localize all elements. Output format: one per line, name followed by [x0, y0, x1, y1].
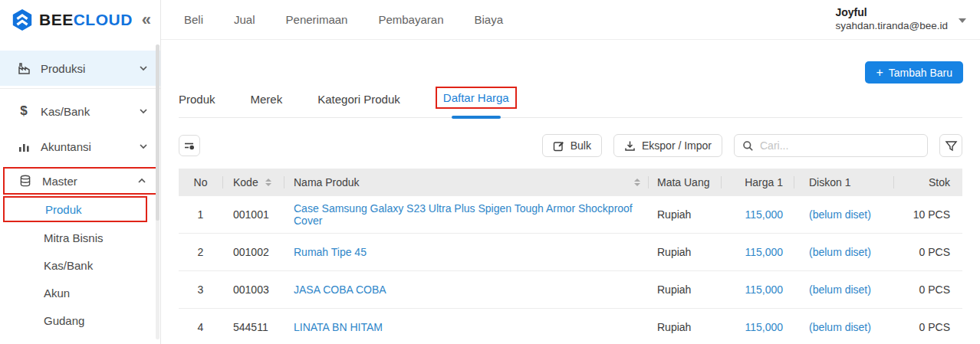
- export-import-label: Ekspor / Impor: [642, 139, 712, 152]
- sidebar-item-label: Produksi: [41, 62, 85, 75]
- header-stok: Stok: [893, 169, 962, 196]
- chevron-down-icon: [139, 106, 148, 116]
- sidebar-item-produksi[interactable]: Produksi: [0, 51, 160, 86]
- table-row[interactable]: 3 001003 JASA COBA COBA Rupiah 115,000 (…: [179, 271, 962, 309]
- cell-mata-uang: Rupiah: [648, 234, 721, 270]
- cell-mata-uang: Rupiah: [648, 196, 721, 233]
- product-name-link[interactable]: Case Samsung Galaxy S23 Ultra Plus Spige…: [294, 202, 648, 227]
- product-table: No Kode Nama Produk Mata Uang Harga 1 Di…: [179, 169, 962, 344]
- sidebar-subitem-kasbank[interactable]: Kas/Bank: [0, 251, 160, 279]
- diskon-link[interactable]: (belum diset): [809, 283, 871, 296]
- harga-link[interactable]: 115,000: [745, 321, 783, 333]
- topnav-item-beli[interactable]: Beli: [184, 13, 203, 26]
- toolbar-right-group: Bulk Ekspor / Impor: [542, 134, 962, 157]
- header-label: Diskon 1: [809, 176, 850, 188]
- chevron-down-icon: [139, 142, 148, 151]
- topnav-item-jual[interactable]: Jual: [234, 13, 255, 26]
- product-name-link[interactable]: JASA COBA COBA: [294, 283, 386, 296]
- bulk-button[interactable]: Bulk: [542, 134, 602, 157]
- sort-icon[interactable]: [634, 179, 640, 186]
- cell-stok: 0 PCS: [893, 234, 962, 270]
- sidebar-item-master[interactable]: Master: [3, 167, 157, 195]
- user-info: Joyful syahdan.tiranda@bee.id: [835, 6, 948, 32]
- harga-link[interactable]: 115,000: [745, 208, 783, 221]
- cell-mata-uang: Rupiah: [648, 271, 721, 308]
- tab-merek[interactable]: Merek: [251, 93, 283, 117]
- sidebar-subitem-akun[interactable]: Akun: [0, 279, 160, 306]
- header-label: Harga 1: [745, 176, 783, 188]
- user-menu[interactable]: Joyful syahdan.tiranda@bee.id: [835, 6, 966, 32]
- bar-chart-icon: [15, 141, 32, 152]
- sidebar-scrollbar-thumb[interactable]: [156, 44, 159, 221]
- tab-label: Kategori Produk: [317, 93, 400, 106]
- column-settings-button[interactable]: [179, 135, 200, 156]
- bulk-edit-icon: [553, 140, 564, 152]
- cell-stok: 10 PCS: [893, 196, 962, 233]
- search-box: [734, 134, 928, 157]
- search-input[interactable]: [760, 139, 919, 152]
- sidebar-item-kasbank[interactable]: $ Kas/Bank: [0, 93, 160, 129]
- table-header-row: No Kode Nama Produk Mata Uang Harga 1 Di…: [179, 169, 962, 196]
- plus-icon: +: [876, 67, 883, 79]
- sidebar-subitem-mitra-bisnis[interactable]: Mitra Bisnis: [0, 224, 160, 251]
- sidebar-item-label: Kas/Bank: [41, 105, 90, 118]
- tab-produk[interactable]: Produk: [179, 93, 215, 117]
- chevron-up-icon: [137, 176, 146, 185]
- diskon-link[interactable]: (belum diset): [809, 246, 871, 258]
- header-diskon-1: Diskon 1: [794, 169, 893, 196]
- cell-no: 2: [179, 234, 222, 270]
- table-row[interactable]: 1 001001 Case Samsung Galaxy S23 Ultra P…: [179, 196, 962, 234]
- header-label: Nama Produk: [294, 176, 360, 188]
- sidebar-item-label: Akuntansi: [41, 140, 91, 153]
- factory-icon: [15, 62, 32, 75]
- table-toolbar: Bulk Ekspor / Impor: [179, 134, 962, 157]
- sidebar-item-akuntansi[interactable]: Akuntansi: [0, 129, 160, 164]
- database-icon: [17, 175, 34, 187]
- topnav-item-biaya[interactable]: Biaya: [475, 13, 504, 26]
- sidebar-subitem-gudang[interactable]: Gudang: [0, 306, 160, 334]
- sidebar-subitem-label: Kas/Bank: [44, 259, 93, 272]
- topnav-item-penerimaan[interactable]: Penerimaan: [286, 13, 348, 26]
- export-import-button[interactable]: Ekspor / Impor: [613, 134, 722, 157]
- main-area: Beli Jual Penerimaan Pembayaran Biaya Jo…: [161, 0, 980, 344]
- topnav-item-pembayaran[interactable]: Pembayaran: [378, 13, 443, 26]
- product-name-link[interactable]: Rumah Tipe 45: [294, 246, 367, 258]
- funnel-icon: [945, 139, 958, 152]
- harga-link[interactable]: 115,000: [745, 246, 783, 258]
- brand-bee: BEE: [39, 11, 74, 28]
- tab-bar: Produk Merek Kategori Produk Daftar Harg…: [179, 87, 962, 118]
- tab-daftar-harga[interactable]: Daftar Harga: [436, 87, 517, 117]
- sidebar-divider: [0, 88, 160, 89]
- diskon-link[interactable]: (belum diset): [809, 321, 871, 333]
- sidebar-item-label: Master: [42, 175, 77, 188]
- sort-icon[interactable]: [265, 179, 271, 186]
- table-row[interactable]: 4 544511 LINATA BN HITAM Rupiah 115,000 …: [179, 309, 962, 344]
- search-icon: [742, 140, 754, 152]
- bulk-label: Bulk: [571, 139, 591, 152]
- harga-link[interactable]: 115,000: [745, 283, 783, 296]
- cell-stok: 0 PCS: [893, 271, 962, 308]
- sidebar-collapse-icon[interactable]: «: [142, 11, 151, 28]
- brand-name: BEECLOUD: [39, 11, 133, 29]
- filter-button[interactable]: [939, 134, 962, 157]
- cell-kode: 001001: [222, 196, 284, 233]
- sidebar: BEECLOUD « Produksi $ Kas/Bank: [0, 0, 161, 344]
- header-no: No: [179, 169, 222, 196]
- table-row[interactable]: 2 001002 Rumah Tipe 45 Rupiah 115,000 (b…: [179, 234, 962, 271]
- dollar-icon: $: [15, 103, 32, 119]
- sidebar-subitem-produk[interactable]: Produk: [3, 196, 147, 222]
- cell-no: 3: [179, 271, 222, 308]
- cell-no: 1: [179, 196, 222, 233]
- header-nama-produk: Nama Produk: [284, 169, 648, 196]
- add-new-button[interactable]: + Tambah Baru: [865, 61, 963, 84]
- download-icon: [624, 140, 636, 152]
- tab-label: Produk: [179, 93, 215, 106]
- sidebar-subitem-label: Produk: [45, 203, 82, 216]
- header-label: No: [194, 176, 208, 188]
- product-name-link[interactable]: LINATA BN HITAM: [294, 321, 383, 333]
- cell-stok: 0 PCS: [893, 309, 962, 344]
- tab-kategori-produk[interactable]: Kategori Produk: [317, 93, 400, 117]
- sidebar-subitem-label: Mitra Bisnis: [44, 231, 104, 244]
- tab-label: Merek: [251, 93, 283, 106]
- diskon-link[interactable]: (belum diset): [809, 208, 871, 221]
